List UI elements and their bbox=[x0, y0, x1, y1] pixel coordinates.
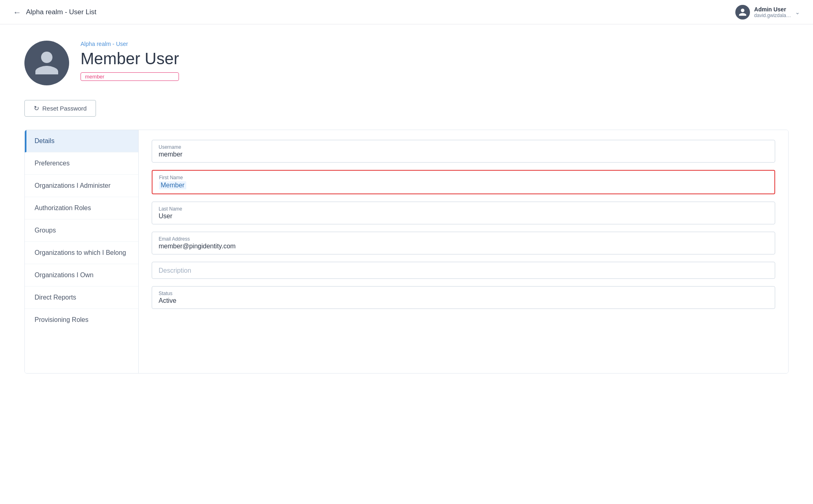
reset-password-button[interactable]: ↻ Reset Password bbox=[24, 100, 96, 117]
last-name-value: User bbox=[159, 213, 768, 220]
last-name-field: Last Name User bbox=[152, 202, 775, 224]
username-field-inner[interactable]: Username member bbox=[152, 140, 775, 163]
username-label: Username bbox=[159, 144, 768, 150]
profile-realm: Alpha realm - User bbox=[81, 41, 179, 47]
last-name-field-inner[interactable]: Last Name User bbox=[152, 202, 775, 224]
sidebar-item-organizations-administer[interactable]: Organizations I Administer bbox=[25, 175, 138, 197]
sidebar-item-details[interactable]: Details bbox=[25, 130, 138, 152]
last-name-label: Last Name bbox=[159, 206, 768, 212]
profile-name: Member User bbox=[81, 50, 179, 67]
reset-password-label: Reset Password bbox=[42, 105, 87, 112]
description-value: Description bbox=[159, 267, 768, 274]
username-value: member bbox=[159, 151, 768, 158]
email-field: Email Address member@pingidentity.com bbox=[152, 232, 775, 254]
profile-header: Alpha realm - User Member User member bbox=[24, 41, 789, 85]
header-title: Alpha realm - User List bbox=[26, 8, 96, 16]
profile-info: Alpha realm - User Member User member bbox=[81, 41, 179, 81]
sidebar-item-provisioning-roles[interactable]: Provisioning Roles bbox=[25, 309, 138, 331]
profile-badge: member bbox=[81, 72, 179, 81]
admin-menu-chevron[interactable]: ⌄ bbox=[795, 9, 800, 15]
admin-avatar-icon bbox=[735, 5, 750, 20]
first-name-field: First Name Member bbox=[152, 170, 775, 194]
description-field-inner[interactable]: Description bbox=[152, 262, 775, 279]
sidebar-item-groups[interactable]: Groups bbox=[25, 219, 138, 242]
admin-email: david.gwizdala… bbox=[754, 13, 791, 18]
admin-info: Admin User david.gwizdala… bbox=[754, 6, 791, 18]
status-label: Status bbox=[159, 291, 768, 296]
reset-icon: ↻ bbox=[34, 104, 39, 112]
header-left: ← Alpha realm - User List bbox=[13, 8, 96, 16]
username-field: Username member bbox=[152, 140, 775, 163]
sidebar-item-direct-reports[interactable]: Direct Reports bbox=[25, 287, 138, 309]
sidebar-item-authorization-roles[interactable]: Authorization Roles bbox=[25, 197, 138, 219]
main-content: Alpha realm - User Member User member ↻ … bbox=[0, 24, 813, 390]
admin-name: Admin User bbox=[754, 6, 786, 13]
first-name-label: First Name bbox=[159, 175, 768, 180]
first-name-field-inner[interactable]: First Name Member bbox=[152, 170, 775, 194]
sidebar-item-organizations-belong[interactable]: Organizations to which I Belong bbox=[25, 242, 138, 264]
sidebar-item-organizations-own[interactable]: Organizations I Own bbox=[25, 264, 138, 287]
sidebar-nav: Details Preferences Organizations I Admi… bbox=[25, 130, 139, 373]
back-button[interactable]: ← bbox=[13, 8, 21, 16]
first-name-value: Member bbox=[159, 181, 186, 189]
email-field-inner[interactable]: Email Address member@pingidentity.com bbox=[152, 232, 775, 254]
status-value: Active bbox=[159, 297, 768, 304]
avatar bbox=[24, 41, 69, 85]
header-right: Admin User david.gwizdala… ⌄ bbox=[735, 5, 800, 20]
description-field: Description bbox=[152, 262, 775, 279]
app-header: ← Alpha realm - User List Admin User dav… bbox=[0, 0, 813, 24]
email-label: Email Address bbox=[159, 236, 768, 242]
form-area: Username member First Name Member Last N… bbox=[139, 130, 788, 373]
status-field-inner[interactable]: Status Active bbox=[152, 286, 775, 309]
status-field: Status Active bbox=[152, 286, 775, 309]
sidebar-item-preferences[interactable]: Preferences bbox=[25, 152, 138, 175]
content-layout: Details Preferences Organizations I Admi… bbox=[24, 130, 789, 374]
email-value: member@pingidentity.com bbox=[159, 243, 768, 250]
